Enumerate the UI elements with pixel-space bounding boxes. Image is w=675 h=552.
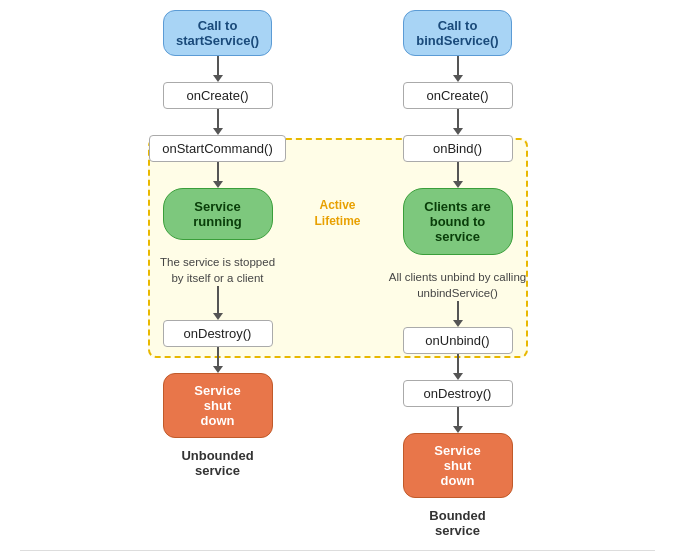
right-start-node: Call tobindService() [403, 10, 511, 56]
diagram-area: ActiveLifetime Call to startService() on… [20, 10, 655, 538]
right-shutdown-node: Serviceshutdown [403, 433, 513, 498]
right-onbind-node: onBind() [403, 135, 513, 162]
right-clients-bound-node: Clients arebound toservice [403, 188, 513, 255]
left-shutdown-node: Serviceshutdown [163, 373, 273, 438]
right-column: Call tobindService() onCreate() onBind()… [358, 10, 558, 538]
right-annotation: All clients unbind by callingunbindServi… [389, 269, 526, 301]
arrow-5-right [457, 354, 459, 374]
active-lifetime-label: ActiveLifetime [303, 198, 373, 229]
arrow-1-right [457, 56, 459, 76]
arrow-5-left [217, 347, 219, 367]
page: ActiveLifetime Call to startService() on… [0, 0, 675, 552]
arrow-4-right [457, 301, 459, 321]
left-service-running-node: Servicerunning [163, 188, 273, 240]
arrow-2-left [217, 109, 219, 129]
left-column: Call to startService() onCreate() onStar… [118, 10, 318, 478]
arrow-1-left [217, 56, 219, 76]
left-oncreate-node: onCreate() [163, 82, 273, 109]
right-oncreate-node: onCreate() [403, 82, 513, 109]
right-ondestroy-node: onDestroy() [403, 380, 513, 407]
right-onunbind-node: onUnbind() [403, 327, 513, 354]
left-ondestroy-node: onDestroy() [163, 320, 273, 347]
arrow-3-right [457, 162, 459, 182]
arrow-2-right [457, 109, 459, 129]
left-footer-label: Unboundedservice [181, 448, 253, 478]
arrow-4-left [217, 286, 219, 314]
right-footer-label: Boundedservice [429, 508, 485, 538]
left-onstartcommand-node: onStartCommand() [149, 135, 286, 162]
arrow-6-right [457, 407, 459, 427]
left-annotation: The service is stoppedby itself or a cli… [160, 254, 275, 286]
left-start-node: Call to startService() [163, 10, 272, 56]
arrow-3-left [217, 162, 219, 182]
